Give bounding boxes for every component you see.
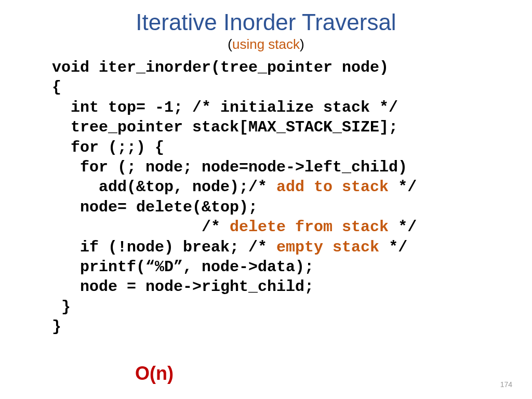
code-line: void iter_inorder(tree_pointer node) bbox=[52, 59, 389, 76]
code-line: */ bbox=[389, 178, 417, 196]
code-line: if (!node) break; /* bbox=[52, 238, 276, 256]
code-block: void iter_inorder(tree_pointer node) { i… bbox=[52, 58, 532, 337]
code-line: node= delete(&top); bbox=[52, 198, 258, 216]
paren-open: ( bbox=[228, 36, 232, 52]
code-line: { bbox=[52, 78, 61, 96]
comment-delete: delete from stack bbox=[230, 218, 389, 236]
code-line: for (;;) { bbox=[52, 139, 164, 156]
subtitle-text: using stack bbox=[232, 36, 300, 52]
code-line: int top= -1; /* initialize stack */ bbox=[52, 99, 398, 116]
page-number: 174 bbox=[500, 380, 512, 389]
code-line: } bbox=[52, 318, 61, 336]
code-line: */ bbox=[379, 238, 407, 256]
code-line: for (; node; node=node->left_child) bbox=[52, 158, 407, 176]
code-line: add(&top, node);/* bbox=[52, 178, 276, 196]
code-line: printf(“%D”, node->data); bbox=[52, 258, 314, 276]
code-line: */ bbox=[389, 218, 417, 236]
comment-add: add to stack bbox=[276, 178, 389, 196]
paren-close: ) bbox=[300, 36, 304, 52]
code-line: /* bbox=[52, 218, 230, 236]
code-line: tree_pointer stack[MAX_STACK_SIZE]; bbox=[52, 118, 398, 136]
complexity-label: O(n) bbox=[135, 363, 174, 384]
code-line: node = node->right_child; bbox=[52, 278, 314, 296]
code-line: } bbox=[52, 298, 71, 316]
slide-subtitle: (using stack) bbox=[0, 36, 532, 52]
comment-empty: empty stack bbox=[276, 238, 379, 256]
slide-title: Iterative Inorder Traversal bbox=[0, 9, 532, 35]
